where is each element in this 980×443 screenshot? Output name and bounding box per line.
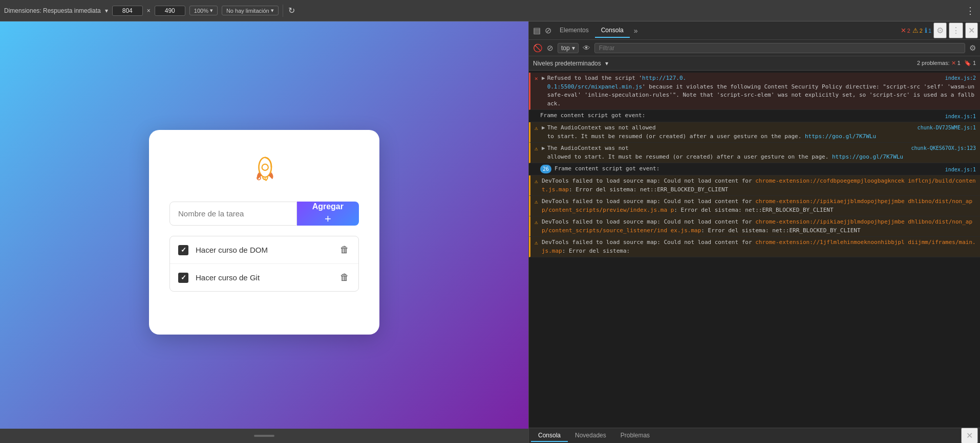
collapse-arrow-w2[interactable]: ▶	[542, 144, 545, 153]
devtools-panel-toggle[interactable]: ▤	[531, 24, 543, 37]
collapse-arrow[interactable]: ▶	[542, 74, 545, 83]
task-item: ✓ Hacer curso de Git 🗑	[170, 264, 358, 291]
frame-source-2[interactable]: index.js:1	[945, 166, 976, 173]
console-entry-frame-1: Frame content script got event: index.js…	[529, 110, 980, 122]
devtools-bottom-tab-bar: Consola Novedades Problemas ✕	[529, 428, 980, 443]
warn-icon-2: ⚠	[535, 145, 542, 153]
warn-source-2[interactable]: chunk-QKES67OX.js:123	[911, 144, 976, 152]
devtools-more-button[interactable]: ⋮	[949, 23, 963, 38]
error-message-1: Refused to load the script 'http://127.0…	[547, 74, 976, 108]
tab-consola-bottom[interactable]: Consola	[531, 430, 568, 442]
tab-elementos[interactable]: Elementos	[553, 24, 595, 38]
separator	[283, 5, 283, 17]
sourcemap-message-3: DevTools failed to load source map: Coul…	[542, 218, 976, 235]
height-input[interactable]	[155, 6, 185, 16]
context-selector[interactable]: top ▾	[558, 43, 579, 53]
more-options-btn[interactable]: ⋮	[965, 4, 976, 17]
app-card: Agregar + ✓ Hacer curso de DOM 🗑 ✓	[149, 130, 379, 335]
console-entry-error-1: ✕ ▶ Refused to load the script 'http://1…	[529, 73, 980, 110]
devtools-tab-bar: ▤ ⊘ Elementos Consola » ✕ 2 ⚠ 2	[529, 21, 980, 40]
add-button-plus-icon: +	[325, 212, 331, 226]
sourcemap-message-2: DevTools failed to load source map: Coul…	[542, 197, 976, 214]
sourcemap-message-1: DevTools failed to load source map: Coul…	[542, 177, 976, 194]
task-checkbox-1[interactable]: ✓	[178, 245, 188, 255]
audio-ctx-link-2[interactable]: https://goo.gl/7K7WLu	[832, 153, 903, 160]
error-icon: ✕	[535, 75, 542, 83]
task-input-row: Agregar +	[169, 202, 359, 226]
more-tabs-button[interactable]: »	[630, 24, 642, 38]
collapse-arrow-w1[interactable]: ▶	[542, 124, 545, 132]
devtools-tab-right: ✕ 2 ⚠ 2 ℹ 1 ⚙ ⋮ ✕	[901, 23, 978, 38]
repeat-count-badge: 26	[540, 165, 551, 173]
task-item: ✓ Hacer curso de DOM 🗑	[170, 236, 358, 264]
sourcemap-link-3[interactable]: chrome-extension://ipikiaejjblmdopojhpej…	[542, 218, 972, 234]
add-button-text: Agregar	[312, 202, 344, 211]
audio-ctx-link-1[interactable]: https://goo.gl/7K7WLu	[805, 133, 876, 140]
check-mark-1: ✓	[181, 246, 186, 254]
limit-button[interactable]: No hay limitación ▾	[222, 6, 279, 15]
console-entry-sourcemap-4: ⚠ DevTools failed to load source map: Co…	[529, 237, 980, 257]
warn-source-1[interactable]: chunk-DV7J5WME.js:1	[918, 124, 976, 131]
warn-badge: ⚠ 2	[912, 27, 923, 34]
devtools-toolbar2: 🚫 ⊘ top ▾ 👁 ⚙	[529, 40, 980, 56]
clear-console-button[interactable]: 🚫	[533, 43, 543, 53]
zoom-button[interactable]: 100% ▾	[189, 6, 218, 15]
filter-input[interactable]	[594, 43, 965, 53]
rotate-icon-btn[interactable]: ↻	[287, 5, 296, 16]
warn-icon-sm3: ⚠	[535, 218, 542, 227]
warn-icon-sm4: ⚠	[535, 239, 542, 248]
error-link-1[interactable]: http://127.0.	[642, 75, 686, 81]
viewport-bottom-bar	[0, 429, 528, 443]
console-settings-button[interactable]: ⚙	[969, 43, 976, 53]
tab-consola[interactable]: Consola	[595, 24, 630, 38]
warn-icon-sm2: ⚠	[535, 198, 542, 207]
task-name-input[interactable]	[169, 202, 297, 226]
warn-icon-1: ⚠	[535, 124, 542, 133]
error-source-link[interactable]: index.js:2	[945, 74, 976, 82]
frame-message-2: Frame content script got event:	[555, 165, 941, 173]
eye-icon-button[interactable]: 👁	[583, 43, 590, 52]
dimensions-label: Dimensiones: Respuesta inmediata	[4, 7, 101, 14]
console-entry-sourcemap-3: ⚠ DevTools failed to load source map: Co…	[529, 216, 980, 237]
devtools-issues-bar: Niveles predeterminados ▾ 2 problemas: ✕…	[529, 56, 980, 71]
warn-message-2: The AudioContext was not chunk-QKES67OX.…	[547, 144, 976, 161]
disable-network-button[interactable]: ⊘	[547, 43, 553, 53]
frame-source-1[interactable]: index.js:1	[945, 113, 976, 120]
issues-count: 2 problemas: ✕ 1 🔖 1	[917, 60, 976, 67]
sourcemap-link-2[interactable]: chrome-extension://ipikiaejjblmdopojhpej…	[542, 198, 972, 213]
add-task-button[interactable]: Agregar +	[297, 202, 359, 226]
task-checkbox-2[interactable]: ✓	[178, 273, 188, 283]
main-area: Agregar + ✓ Hacer curso de DOM 🗑 ✓	[0, 21, 980, 443]
browser-toolbar: Dimensiones: Respuesta inmediata ▾ × 100…	[0, 0, 980, 21]
dropdown-arrow: ▾	[105, 7, 108, 14]
rocket-icon	[244, 150, 285, 191]
console-entry-frame-2: 26 Frame content script got event: index…	[529, 163, 980, 175]
close-drawer-button[interactable]: ✕	[961, 428, 978, 443]
console-entry-warn-2: ⚠ ▶ The AudioContext was not chunk-QKES6…	[529, 143, 980, 163]
svg-point-1	[262, 164, 268, 170]
width-input[interactable]	[112, 6, 143, 16]
warn-icon-sm1: ⚠	[535, 178, 542, 186]
devtools-no-entry-icon[interactable]: ⊘	[543, 24, 553, 37]
task-label-1: Hacer curso de DOM	[196, 246, 332, 254]
console-output: ✕ ▶ Refused to load the script 'http://1…	[529, 71, 980, 428]
error-badge: ✕ 2	[901, 27, 910, 34]
task-label-2: Hacer curso de Git	[196, 273, 332, 282]
sourcemap-link-1[interactable]: chrome-extension://cofdbpoegempjloogbagk…	[542, 178, 976, 193]
issues-dropdown-arrow: ▾	[605, 60, 608, 67]
console-entry-sourcemap-2: ⚠ DevTools failed to load source map: Co…	[529, 196, 980, 216]
delete-task-1-button[interactable]: 🗑	[339, 243, 350, 256]
resize-handle[interactable]	[254, 435, 274, 437]
sourcemap-link-4[interactable]: chrome-extension://1jflmlehinmoeknoonhib…	[542, 239, 976, 254]
tab-novedades-bottom[interactable]: Novedades	[568, 430, 613, 442]
devtools-close-button[interactable]: ✕	[965, 23, 978, 38]
browser-viewport: Agregar + ✓ Hacer curso de DOM 🗑 ✓	[0, 21, 528, 443]
devtools-settings-button[interactable]: ⚙	[933, 23, 947, 38]
console-entry-warn-1: ⚠ ▶ The AudioContext was not allowed chu…	[529, 122, 980, 143]
issues-label: Niveles predeterminados	[533, 60, 601, 67]
info-badge: ℹ 1	[925, 27, 931, 34]
tab-problemas-bottom[interactable]: Problemas	[613, 430, 657, 442]
times-label: ×	[147, 7, 151, 14]
delete-task-2-button[interactable]: 🗑	[339, 271, 350, 284]
check-mark-2: ✓	[181, 274, 186, 281]
